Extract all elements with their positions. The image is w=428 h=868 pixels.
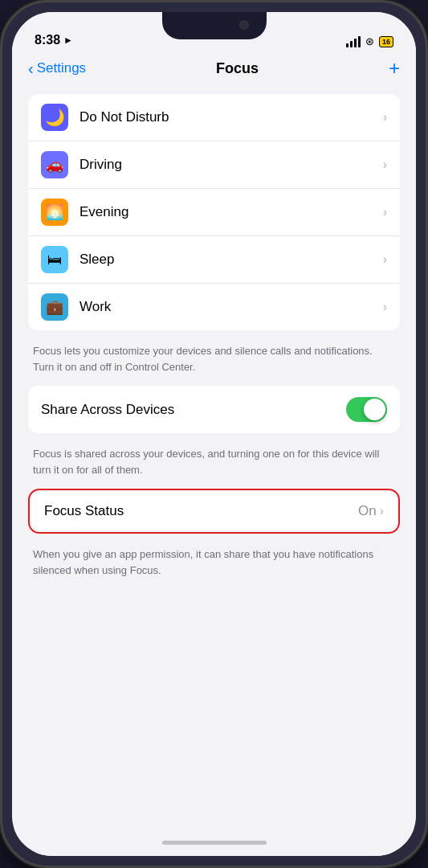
list-item-do-not-disturb[interactable]: 🌙 Do Not Disturb › [28,94,400,141]
location-icon: ► [63,35,73,46]
nav-bar: ‹ Settings Focus + [12,52,416,86]
notch [162,12,267,39]
phone-screen: 8:38 ► ⊛ 16 ‹ Settings Focus + [12,12,416,856]
sleep-label: Sleep [79,252,383,268]
signal-bar-2 [350,41,353,47]
driving-icon: 🚗 [41,151,68,178]
wifi-icon: ⊛ [365,35,374,47]
driving-chevron-icon: › [383,158,387,172]
add-button[interactable]: + [389,59,400,78]
sleep-icon: 🛏 [41,246,68,273]
signal-bar-1 [346,43,349,47]
time-display: 8:38 [35,33,60,47]
evening-label: Evening [79,204,383,220]
share-across-devices-toggle[interactable] [346,397,387,422]
focus-status-value: On [358,503,377,519]
back-button[interactable]: ‹ Settings [28,59,86,78]
work-label: Work [79,299,383,315]
driving-label: Driving [79,157,383,173]
work-icon: 💼 [41,293,68,321]
signal-bar-3 [354,39,357,47]
status-description: When you give an app permission, it can … [28,540,400,589]
focus-status-row[interactable]: Focus Status On › [31,492,397,530]
back-chevron-icon: ‹ [28,59,34,78]
share-description: Focus is shared across your devices, and… [28,440,400,489]
sleep-chevron-icon: › [383,252,387,267]
phone-frame: 8:38 ► ⊛ 16 ‹ Settings Focus + [0,0,428,868]
focus-modes-card: 🌙 Do Not Disturb › 🚗 Driving › 🌅 Evening… [28,94,400,330]
list-item-driving[interactable]: 🚗 Driving › [28,141,400,189]
focus-status-section: Focus Status On › [28,489,400,534]
status-time: 8:38 ► [35,33,73,47]
list-item-sleep[interactable]: 🛏 Sleep › [28,236,400,284]
home-bar [162,841,267,845]
list-item-evening[interactable]: 🌅 Evening › [28,189,400,236]
focus-description: Focus lets you customize your devices an… [28,337,400,386]
work-chevron-icon: › [383,300,387,314]
do-not-disturb-icon: 🌙 [41,104,68,131]
home-indicator [12,829,416,856]
evening-icon: 🌅 [41,199,68,226]
toggle-knob [364,399,385,420]
focus-status-highlight: Focus Status On › [28,489,400,534]
focus-status-chevron-icon: › [380,504,384,518]
camera-dot [239,20,249,30]
focus-status-label: Focus Status [44,503,358,519]
signal-bar-4 [358,36,361,47]
share-across-devices-row[interactable]: Share Across Devices [28,386,400,433]
battery-badge: 16 [379,36,393,47]
back-label: Settings [37,60,86,76]
status-icons: ⊛ 16 [346,35,393,47]
content-area: 🌙 Do Not Disturb › 🚗 Driving › 🌅 Evening… [12,86,416,829]
do-not-disturb-label: Do Not Disturb [79,109,383,125]
do-not-disturb-chevron-icon: › [383,110,387,125]
signal-bars-icon [346,36,361,47]
list-item-work[interactable]: 💼 Work › [28,284,400,330]
page-title: Focus [216,60,259,77]
share-across-devices-label: Share Across Devices [41,402,174,418]
evening-chevron-icon: › [383,205,387,219]
focus-status-card: Focus Status On › [31,492,397,530]
